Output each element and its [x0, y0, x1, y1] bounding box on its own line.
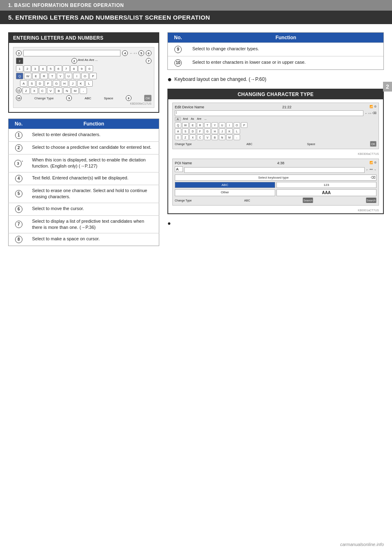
num-label-10: 10 [16, 95, 22, 101]
kb2-ok-button[interactable]: OK [370, 141, 376, 147]
kb-g[interactable]: G [53, 80, 60, 87]
kb-a[interactable]: A [20, 80, 27, 87]
row-text-cell: Select to erase one character. Select an… [29, 185, 159, 203]
kb-ok-button[interactable]: OK [144, 95, 151, 101]
kb-y[interactable]: Y [57, 73, 64, 79]
kb-q[interactable]: Q [16, 73, 23, 79]
row-number-cell: 2 [9, 142, 29, 154]
row-number-cell: 7 [9, 215, 29, 233]
table-row: 3*When this icon is displayed, select to… [9, 154, 159, 172]
row-number: 5 [15, 190, 22, 197]
kb-poi-option-aaa[interactable]: AAA [276, 189, 377, 196]
website-logo: carmanualsonline.info [340, 542, 384, 547]
kb-poi-option-abc[interactable]: ABC [175, 182, 275, 188]
kb-input-field[interactable] [23, 50, 120, 56]
right-table-header-no: No. [168, 33, 188, 43]
row-number-cell: 5 [9, 185, 29, 203]
kb-poi-option-other[interactable]: Other [175, 189, 275, 196]
kb2-input-field[interactable]: | [175, 110, 363, 116]
kb-p[interactable]: P [89, 73, 97, 79]
kb-poi-input-field[interactable]: A [175, 166, 183, 172]
kb-i[interactable]: I [73, 73, 80, 79]
kb-qwerty-row3: 11 Z X C V B N M - [16, 87, 151, 94]
kb-n[interactable]: N [63, 87, 71, 94]
kb2-sug-a[interactable]: A [175, 117, 181, 121]
kb-num-row: 1 2 3 4 5 6 7 8 9 0 [16, 65, 151, 72]
kb-j[interactable]: J [69, 80, 76, 87]
table-row: 1Select to enter desired characters. [9, 129, 159, 142]
kb-m[interactable]: M [71, 87, 79, 94]
row-number-cell: 8 [9, 233, 29, 246]
row-text-cell: When this icon is displayed, select to e… [29, 154, 159, 172]
kb-w[interactable]: W [24, 73, 31, 79]
keyboard-mockup-2: Edit Device Name 21:22 📶 ⚙ | ← ‹ › ⌫ A A… [172, 103, 379, 149]
kb-b[interactable]: B [55, 87, 62, 94]
kb-f[interactable]: F [45, 80, 52, 87]
table-row: 7Select to display a list of predictive … [9, 215, 159, 233]
row-text-cell: Select to enter characters in lower case… [188, 56, 383, 70]
bullet-icon: ● [167, 76, 172, 83]
kb-poi-search-btn2[interactable]: Search [366, 197, 376, 203]
kb3-image-label: KB0001aCT7US [168, 209, 379, 212]
kb-t[interactable]: T [49, 73, 56, 79]
kb-e[interactable]: E [32, 73, 40, 79]
kb-l[interactable]: L [85, 80, 93, 87]
kb-suggestions: 2 And As Are ... [71, 58, 98, 64]
row-number-cell: 1 [9, 129, 29, 142]
kb2-backspace: ⌫ [372, 112, 376, 115]
kb-x[interactable]: X [31, 87, 38, 94]
entering-letters-header: ENTERING LETTERS AND NUMBERS [9, 33, 158, 43]
bottom-bullet-icon: ● [167, 220, 171, 226]
char-type-header: CHANGING CHARACTER TYPE [168, 90, 383, 99]
table-row: 2Select to choose a predictive text cand… [9, 142, 159, 154]
kb-k[interactable]: K [77, 80, 85, 87]
kb2-row-2: A S D F G H J K L [175, 128, 376, 134]
right-column: No. Function 9Select to change character… [167, 32, 384, 252]
row-number-cell: 3* [9, 154, 29, 172]
table-row: 10Select to enter characters in lower ca… [168, 56, 383, 70]
kb-poi-time: 4:38 [277, 161, 285, 165]
kb-z[interactable]: Z [22, 87, 30, 94]
kb-d[interactable]: D [36, 80, 44, 87]
num-label-3: 3 [16, 50, 22, 56]
kb2-arrows: ← ‹ › [365, 112, 371, 115]
kb-qwerty-row2: A S D F G H J K L [16, 80, 151, 87]
kb-v[interactable]: V [47, 87, 54, 94]
kb-poi-search-btn[interactable]: Search [303, 197, 313, 203]
kb-poi-arrow-icon: ⌫ [371, 176, 375, 179]
kb-dash[interactable]: - [80, 87, 87, 94]
kb-space-label: Space [104, 96, 113, 100]
kb2-row-3: 0 Z X C V B N M - [175, 134, 376, 140]
entering-letters-box: ENTERING LETTERS AND NUMBERS 3 4 ← ‹ › 5… [8, 32, 159, 113]
page-title: 5. ENTERING LETTERS AND NUMBERS/LIST SCR… [8, 14, 210, 21]
row-number: 7 [15, 221, 22, 228]
num-label-8: 8 [126, 95, 131, 101]
kb-u[interactable]: U [65, 73, 72, 79]
bullet-note: ● Keyboard layout can be changed. (→P.60… [167, 76, 384, 83]
kb-poi-text-field[interactable] [184, 167, 365, 173]
num-label-5: 5 [138, 50, 144, 56]
kb-poi-select-type-label: Select keyboard type ⌫ [175, 175, 376, 181]
kb2-image-label: KB0306aCT7US [168, 152, 379, 155]
row-text-cell: Text field. Entered character(s) will be… [29, 172, 159, 185]
row-number-cell: 9 [168, 43, 188, 56]
function-table-left: No. Function 1Select to enter desired ch… [8, 119, 159, 246]
kb-poi-option-123[interactable]: 123 [276, 182, 377, 188]
kb-h[interactable]: H [61, 80, 68, 87]
kb-poi-bottom-row: Change Type ABC Search Search [175, 197, 376, 203]
num-label-7: 7 [146, 58, 151, 64]
row-text-cell: Select to move the cursor. [29, 203, 159, 215]
kb-o[interactable]: O [81, 73, 89, 79]
num-label-6: 6 [146, 50, 151, 56]
kb-c[interactable]: C [39, 87, 46, 94]
row-text-cell: Select to make a space on cursor. [29, 233, 159, 246]
kb-qwerty-row1: Q W E R T Y U I O P [16, 73, 151, 79]
kb-r[interactable]: R [40, 73, 48, 79]
kb-poi-abc: ABC [244, 199, 250, 202]
row-number-cell: 4 [9, 172, 29, 185]
kb-poi-arrows: ← *** → [366, 168, 376, 171]
kb-poi-title: POI Name [175, 161, 192, 165]
row-text-cell: Select to change character types. [188, 43, 383, 56]
kb-back-key[interactable]: 2 [16, 58, 23, 64]
kb-s[interactable]: S [28, 80, 36, 87]
